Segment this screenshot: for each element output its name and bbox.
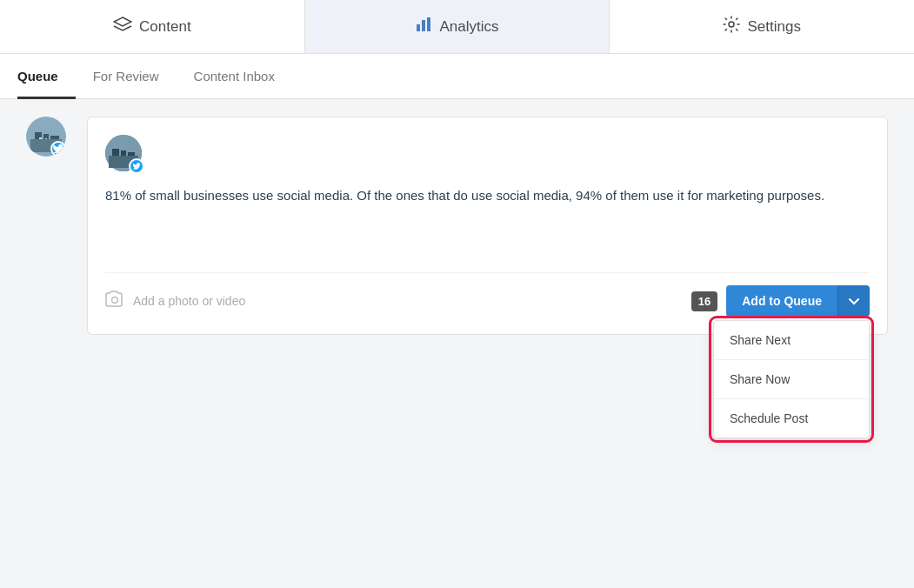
add-media-label: Add a photo or video	[133, 294, 245, 308]
svg-point-4	[729, 22, 734, 27]
svg-rect-1	[417, 24, 420, 31]
nav-settings[interactable]: Settings	[610, 0, 914, 53]
character-count: 16	[691, 291, 717, 311]
schedule-post-item[interactable]: Schedule Post	[714, 399, 869, 438]
nav-settings-label: Settings	[747, 18, 800, 36]
avatar	[26, 117, 66, 157]
layers-icon	[113, 16, 132, 37]
nav-analytics[interactable]: Analytics	[305, 0, 610, 53]
svg-rect-10	[39, 137, 42, 139]
post-twitter-badge	[129, 158, 144, 174]
post-card: 81% of small businesses use social media…	[87, 117, 888, 335]
sidebar-avatar-area	[26, 117, 70, 335]
share-now-item[interactable]: Share Now	[714, 360, 869, 399]
post-text-content: 81% of small businesses use social media…	[105, 185, 870, 255]
svg-marker-0	[114, 17, 131, 26]
gear-icon	[723, 16, 740, 37]
svg-rect-15	[121, 150, 126, 156]
post-avatar-wrapper	[105, 135, 142, 171]
add-to-queue-group: Add to Queue Share Next	[726, 285, 870, 317]
sub-navigation: Queue For Review Content Inbox	[0, 54, 914, 99]
main-content: 81% of small businesses use social media…	[0, 99, 914, 352]
svg-rect-11	[45, 138, 47, 139]
svg-rect-14	[112, 149, 119, 156]
camera-icon	[105, 291, 124, 312]
svg-rect-3	[427, 17, 430, 31]
tab-content-inbox[interactable]: Content Inbox	[177, 55, 292, 99]
top-navigation: Content Analytics Settings	[0, 0, 914, 54]
queue-dropdown-menu: Share Next Share Now Schedule Post	[713, 320, 870, 438]
tab-queue[interactable]: Queue	[17, 55, 76, 99]
svg-rect-2	[422, 20, 425, 31]
nav-content[interactable]: Content	[0, 0, 305, 53]
post-footer: Add a photo or video 16 Add to Queue	[105, 272, 870, 317]
twitter-badge	[50, 141, 66, 157]
add-to-queue-button[interactable]: Add to Queue	[726, 285, 837, 317]
footer-actions: 16 Add to Queue Share Next	[691, 285, 870, 317]
share-next-item[interactable]: Share Next	[714, 321, 869, 360]
queue-dropdown-button[interactable]	[837, 285, 870, 317]
bar-chart-icon	[415, 16, 432, 37]
dropdown-arrow-icon	[849, 294, 859, 308]
post-header	[105, 135, 870, 171]
nav-content-label: Content	[139, 18, 191, 36]
svg-point-17	[112, 297, 118, 303]
add-media-button[interactable]: Add a photo or video	[105, 291, 245, 312]
svg-rect-16	[128, 152, 135, 156]
tab-for-review[interactable]: For Review	[76, 55, 177, 99]
nav-analytics-label: Analytics	[439, 18, 498, 36]
